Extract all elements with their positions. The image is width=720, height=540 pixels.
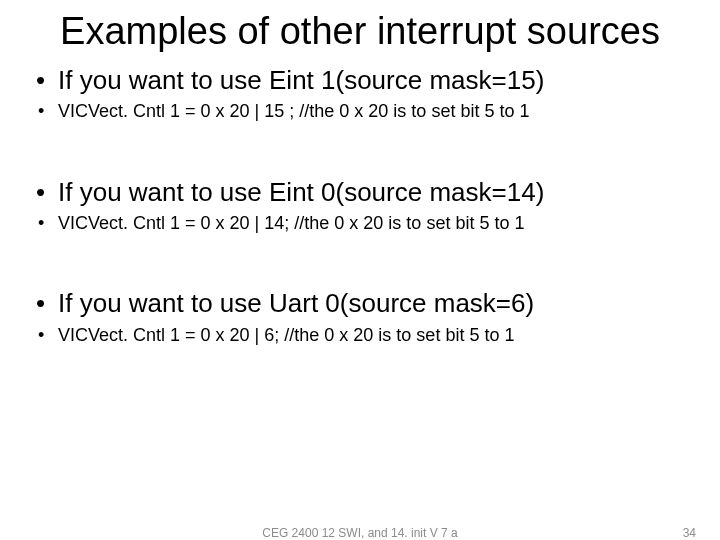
slide: Examples of other interrupt sources If y… [0,0,720,540]
slide-body: If you want to use Eint 1(source mask=15… [0,54,720,348]
bullet-eint0-code: VICVect. Cntl 1 = 0 x 20 | 14; //the 0 x… [30,212,690,235]
bullet-uart0-code: VICVect. Cntl 1 = 0 x 20 | 6; //the 0 x … [30,324,690,347]
slide-title: Examples of other interrupt sources [0,0,720,54]
spacer [30,124,690,172]
bullet-eint1: If you want to use Eint 1(source mask=15… [30,64,690,97]
bullet-list: If you want to use Eint 0(source mask=14… [30,176,690,236]
page-number: 34 [683,526,696,540]
bullet-list: If you want to use Eint 1(source mask=15… [30,64,690,124]
footer-text: CEG 2400 12 SWI, and 14. init V 7 a [262,526,457,540]
bullet-eint0: If you want to use Eint 0(source mask=14… [30,176,690,209]
spacer [30,235,690,283]
bullet-eint1-code: VICVect. Cntl 1 = 0 x 20 | 15 ; //the 0 … [30,100,690,123]
bullet-uart0: If you want to use Uart 0(source mask=6) [30,287,690,320]
bullet-list: If you want to use Uart 0(source mask=6)… [30,287,690,347]
